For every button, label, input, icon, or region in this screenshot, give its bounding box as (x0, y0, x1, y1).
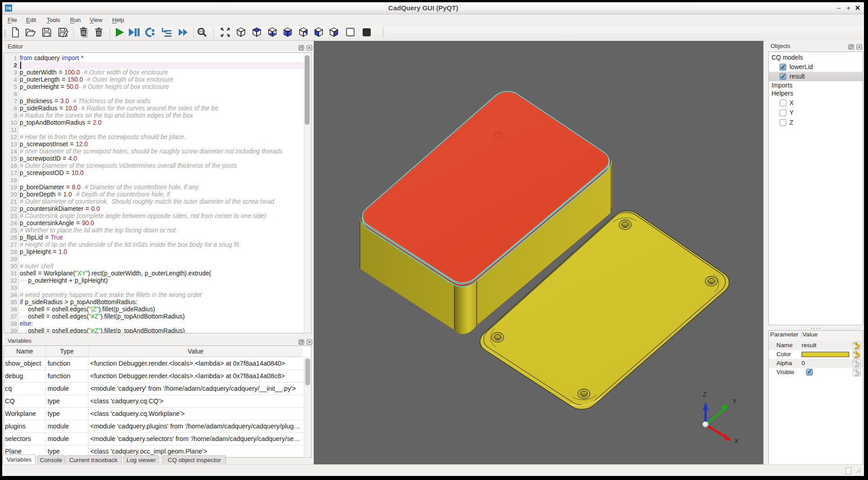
svg-text:X: X (734, 437, 739, 445)
svg-text:Z: Z (703, 391, 707, 398)
svg-text:Y: Y (732, 397, 737, 405)
